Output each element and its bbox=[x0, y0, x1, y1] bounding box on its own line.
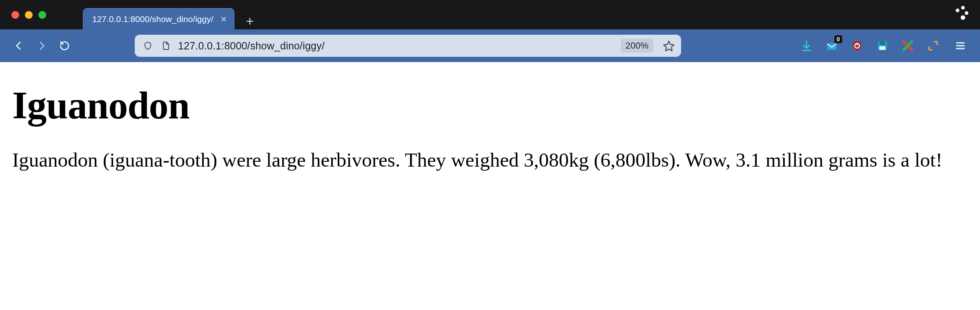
tracking-protection-icon[interactable] bbox=[142, 40, 154, 51]
browser-tab-active[interactable]: 127.0.0.1:8000/show_dino/iggy/ bbox=[83, 8, 234, 29]
activity-indicator-icon bbox=[953, 4, 971, 24]
svg-rect-13 bbox=[857, 43, 858, 45]
page-heading: Iguanodon bbox=[12, 83, 968, 128]
url-text[interactable]: 127.0.0.1:8000/show_dino/iggy/ bbox=[178, 40, 614, 52]
bookmark-star-button[interactable] bbox=[660, 37, 678, 55]
page-content: Iguanodon Iguanodon (iguana-tooth) were … bbox=[0, 62, 980, 184]
svg-rect-16 bbox=[880, 46, 886, 50]
downloads-button[interactable] bbox=[800, 39, 813, 53]
svg-point-4 bbox=[956, 9, 960, 12]
tab-strip: 127.0.0.1:8000/show_dino/iggy/ bbox=[83, 0, 258, 29]
back-button[interactable] bbox=[9, 36, 29, 56]
app-menu-button[interactable] bbox=[951, 37, 969, 55]
expand-extension-button[interactable] bbox=[926, 39, 940, 53]
window-titlebar: 127.0.0.1:8000/show_dino/iggy/ bbox=[0, 0, 980, 29]
new-tab-button[interactable] bbox=[242, 13, 258, 29]
svg-point-5 bbox=[961, 6, 965, 9]
tab-title: 127.0.0.1:8000/show_dino/iggy/ bbox=[92, 14, 214, 24]
svg-marker-8 bbox=[664, 41, 674, 51]
page-paragraph: Iguanodon (iguana-tooth) were large herb… bbox=[12, 148, 964, 172]
svg-rect-11 bbox=[827, 43, 837, 50]
save-extension-button[interactable] bbox=[875, 39, 889, 53]
zoom-level-chip[interactable]: 200% bbox=[621, 39, 653, 53]
window-maximize-button[interactable] bbox=[38, 11, 46, 19]
mail-badge-count: 0 bbox=[834, 35, 843, 44]
window-close-button[interactable] bbox=[11, 11, 19, 19]
window-minimize-button[interactable] bbox=[25, 11, 33, 19]
cross-extension-button[interactable] bbox=[901, 39, 915, 53]
reload-button[interactable] bbox=[55, 36, 74, 56]
browser-toolbar: 127.0.0.1:8000/show_dino/iggy/ 200% 0 bbox=[0, 29, 980, 62]
forward-button[interactable] bbox=[32, 36, 51, 56]
svg-point-7 bbox=[961, 16, 965, 20]
site-info-icon[interactable] bbox=[160, 40, 172, 51]
window-controls bbox=[0, 11, 46, 19]
mail-extension-button[interactable]: 0 bbox=[825, 39, 839, 53]
tab-close-button[interactable] bbox=[219, 15, 228, 24]
svg-point-6 bbox=[965, 11, 969, 15]
toolbar-extensions: 0 bbox=[800, 37, 971, 55]
svg-rect-15 bbox=[880, 41, 885, 45]
ublock-extension-button[interactable] bbox=[850, 39, 864, 53]
url-bar[interactable]: 127.0.0.1:8000/show_dino/iggy/ 200% bbox=[135, 35, 681, 57]
